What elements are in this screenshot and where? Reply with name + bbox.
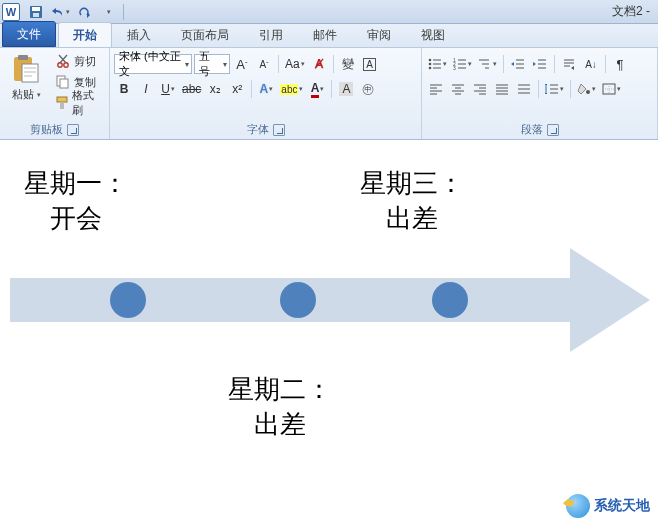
copy-icon [55, 74, 71, 90]
cut-label: 剪切 [74, 54, 96, 69]
indent-icon [533, 58, 547, 70]
timeline-item-1-title: 星期一： [24, 169, 128, 198]
tab-insert[interactable]: 插入 [112, 22, 166, 47]
svg-text:3: 3 [453, 65, 456, 70]
decrease-indent-button[interactable] [508, 54, 528, 74]
save-icon [29, 5, 43, 19]
align-center-button[interactable] [448, 79, 468, 99]
char-shading-button[interactable]: A [336, 79, 356, 99]
watermark: 系统天地 [566, 494, 650, 518]
clear-formatting-button[interactable]: Ⱥ [309, 54, 329, 74]
paragraph-launcher[interactable] [547, 124, 559, 136]
text-effects-button[interactable]: A▾ [256, 79, 276, 99]
svg-rect-10 [57, 97, 67, 102]
timeline-dot-1[interactable] [110, 282, 146, 318]
align-right-button[interactable] [470, 79, 490, 99]
bullets-button[interactable]: ▾ [426, 54, 449, 74]
char-border-button[interactable]: A [360, 54, 380, 74]
group-paragraph-label: 段落 [521, 122, 543, 137]
font-size-value: 五号 [199, 49, 219, 79]
increase-indent-button[interactable] [530, 54, 550, 74]
qat-redo-button[interactable] [73, 2, 95, 22]
qat-save-button[interactable] [25, 2, 47, 22]
align-distribute-icon [517, 83, 531, 95]
align-center-icon [451, 83, 465, 95]
borders-button[interactable]: ▾ [600, 79, 623, 99]
show-marks-button[interactable]: ¶ [610, 54, 630, 74]
italic-button[interactable]: I [136, 79, 156, 99]
document-canvas[interactable]: 星期一： 开会 星期三： 出差 星期二： 出差 系统天地 [0, 140, 658, 522]
svg-point-7 [64, 63, 68, 67]
tab-review[interactable]: 审阅 [352, 22, 406, 47]
align-distribute-button[interactable] [514, 79, 534, 99]
globe-icon [566, 494, 590, 518]
font-launcher[interactable] [273, 124, 285, 136]
highlight-button[interactable]: abc▾ [278, 79, 305, 99]
line-spacing-button[interactable]: ▾ [543, 79, 566, 99]
align-right-icon [473, 83, 487, 95]
bullets-icon [428, 58, 442, 70]
strikethrough-button[interactable]: abc [180, 79, 203, 99]
numbering-button[interactable]: 123▾ [451, 54, 474, 74]
change-case-button[interactable]: Aa▾ [283, 54, 307, 74]
paste-button[interactable]: 粘贴▾ [4, 51, 48, 120]
line-spacing-icon [545, 83, 559, 95]
enclosed-char-button[interactable]: ㊥ [358, 79, 378, 99]
align-left-icon [429, 83, 443, 95]
ribbon-tabs: 文件 开始 插入 页面布局 引用 邮件 审阅 视图 [0, 24, 658, 48]
qat-undo-button[interactable]: ▾ [49, 2, 71, 22]
group-font-label: 字体 [247, 122, 269, 137]
align-left-button[interactable] [426, 79, 446, 99]
svg-rect-2 [33, 13, 39, 17]
svg-point-14 [429, 67, 432, 70]
underline-button[interactable]: U▾ [158, 79, 178, 99]
svg-rect-5 [22, 64, 38, 82]
timeline-item-2-body: 出差 [254, 410, 306, 439]
document-title: 文档2 - [612, 3, 656, 20]
group-font: 宋体 (中文正文▾ 五号▾ Aˆ Aˇ Aa▾ Ⱥ 變 A B I U▾ abc… [110, 48, 422, 139]
svg-point-13 [429, 63, 432, 66]
tab-home[interactable]: 开始 [58, 22, 112, 47]
timeline-item-2[interactable]: 星期二： 出差 [228, 372, 332, 442]
timeline-dot-3[interactable] [432, 282, 468, 318]
svg-rect-9 [60, 79, 68, 88]
font-size-combo[interactable]: 五号▾ [194, 54, 230, 74]
cut-button[interactable]: 剪切 [52, 51, 105, 71]
shading-button[interactable]: ▾ [575, 79, 598, 99]
tab-file[interactable]: 文件 [2, 21, 56, 47]
timeline-dot-2[interactable] [280, 282, 316, 318]
bold-button[interactable]: B [114, 79, 134, 99]
superscript-button[interactable]: x² [227, 79, 247, 99]
svg-rect-1 [32, 7, 40, 11]
pinyin-guide-button[interactable]: 變 [338, 54, 358, 74]
undo-icon [51, 6, 65, 18]
shrink-font-button[interactable]: Aˇ [254, 54, 274, 74]
tab-view[interactable]: 视图 [406, 22, 460, 47]
font-name-value: 宋体 (中文正文 [119, 49, 181, 79]
tab-references[interactable]: 引用 [244, 22, 298, 47]
timeline-item-2-title: 星期二： [228, 375, 332, 404]
borders-icon [602, 83, 616, 95]
clipboard-launcher[interactable] [67, 124, 79, 136]
svg-point-18 [586, 90, 590, 94]
multilevel-icon [478, 58, 492, 70]
ltr-button[interactable] [559, 54, 579, 74]
font-color-button[interactable]: A▾ [307, 79, 327, 99]
ribbon: 粘贴▾ 剪切 复制 格式刷 剪贴板 宋体 (中 [0, 48, 658, 140]
format-painter-button[interactable]: 格式刷 [52, 93, 105, 113]
app-icon: W [2, 3, 20, 21]
timeline-item-3-body: 出差 [386, 204, 438, 233]
sort-button[interactable]: A↓ [581, 54, 601, 74]
align-justify-button[interactable] [492, 79, 512, 99]
font-name-combo[interactable]: 宋体 (中文正文▾ [114, 54, 192, 74]
timeline-item-1[interactable]: 星期一： 开会 [24, 166, 128, 236]
shading-icon [577, 83, 591, 95]
multilevel-list-button[interactable]: ▾ [476, 54, 499, 74]
qat-customize-button[interactable]: ▾ [97, 2, 119, 22]
subscript-button[interactable]: x₂ [205, 79, 225, 99]
tab-page-layout[interactable]: 页面布局 [166, 22, 244, 47]
timeline-item-3[interactable]: 星期三： 出差 [360, 166, 464, 236]
numbering-icon: 123 [453, 58, 467, 70]
tab-mailings[interactable]: 邮件 [298, 22, 352, 47]
grow-font-button[interactable]: Aˆ [232, 54, 252, 74]
